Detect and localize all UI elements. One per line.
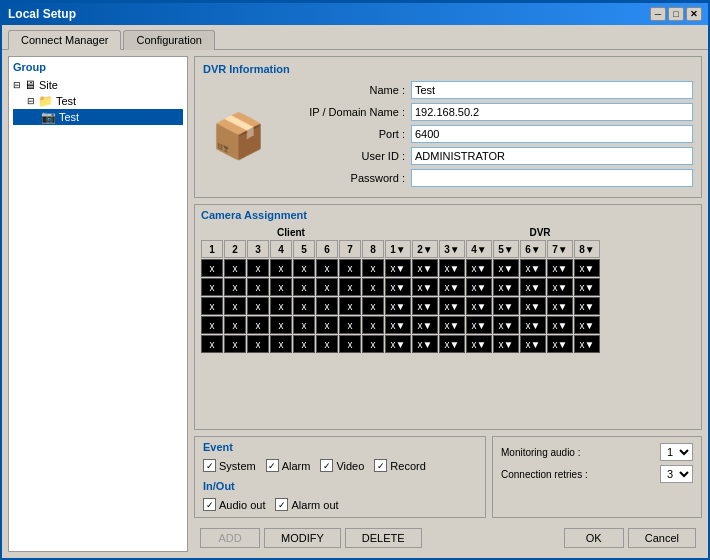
cell-c7r2[interactable]: x [339, 278, 361, 296]
cell-d8r2[interactable]: x▼ [574, 278, 600, 296]
cell-c3r1[interactable]: x [247, 259, 269, 277]
cell-c3r4[interactable]: x [247, 316, 269, 334]
cell-c4r4[interactable]: x [270, 316, 292, 334]
cell-d7r3[interactable]: x▼ [547, 297, 573, 315]
alarm-checkbox[interactable]: ✓ Alarm [266, 459, 311, 472]
cell-c8r1[interactable]: x [362, 259, 384, 277]
tree-item-test-folder[interactable]: ⊟ 📁 Test [13, 93, 183, 109]
cell-d5r2[interactable]: x▼ [493, 278, 519, 296]
cell-d1r5[interactable]: x▼ [385, 335, 411, 353]
client-col-2[interactable]: 2 [224, 240, 246, 258]
cell-c7r1[interactable]: x [339, 259, 361, 277]
cell-c5r4[interactable]: x [293, 316, 315, 334]
cell-c5r1[interactable]: x [293, 259, 315, 277]
cell-c7r3[interactable]: x [339, 297, 361, 315]
cell-c4r5[interactable]: x [270, 335, 292, 353]
system-checkbox[interactable]: ✓ System [203, 459, 256, 472]
cell-c1r4[interactable]: x [201, 316, 223, 334]
close-button[interactable]: ✕ [686, 7, 702, 21]
cell-d7r2[interactable]: x▼ [547, 278, 573, 296]
dvr-col-2[interactable]: 2▼ [412, 240, 438, 258]
client-col-5[interactable]: 5 [293, 240, 315, 258]
video-checkbox[interactable]: ✓ Video [320, 459, 364, 472]
cell-c4r1[interactable]: x [270, 259, 292, 277]
cell-d1r4[interactable]: x▼ [385, 316, 411, 334]
cell-d6r5[interactable]: x▼ [520, 335, 546, 353]
cell-d2r1[interactable]: x▼ [412, 259, 438, 277]
cell-c3r3[interactable]: x [247, 297, 269, 315]
cell-c6r4[interactable]: x [316, 316, 338, 334]
cell-c3r5[interactable]: x [247, 335, 269, 353]
password-input[interactable] [411, 169, 693, 187]
cell-d8r4[interactable]: x▼ [574, 316, 600, 334]
cell-d3r2[interactable]: x▼ [439, 278, 465, 296]
cell-d6r4[interactable]: x▼ [520, 316, 546, 334]
cell-d7r5[interactable]: x▼ [547, 335, 573, 353]
delete-button[interactable]: DELETE [345, 528, 422, 548]
cell-d3r5[interactable]: x▼ [439, 335, 465, 353]
minimize-button[interactable]: ─ [650, 7, 666, 21]
cell-d1r2[interactable]: x▼ [385, 278, 411, 296]
cell-c7r4[interactable]: x [339, 316, 361, 334]
dvr-col-5[interactable]: 5▼ [493, 240, 519, 258]
cancel-button[interactable]: Cancel [628, 528, 696, 548]
cell-d4r3[interactable]: x▼ [466, 297, 492, 315]
tab-connect-manager[interactable]: Connect Manager [8, 30, 121, 50]
cell-d4r1[interactable]: x▼ [466, 259, 492, 277]
client-col-8[interactable]: 8 [362, 240, 384, 258]
alarmout-checkbox[interactable]: ✓ Alarm out [275, 498, 338, 511]
userid-input[interactable] [411, 147, 693, 165]
dvr-col-3[interactable]: 3▼ [439, 240, 465, 258]
client-col-4[interactable]: 4 [270, 240, 292, 258]
cell-d7r4[interactable]: x▼ [547, 316, 573, 334]
cell-d3r3[interactable]: x▼ [439, 297, 465, 315]
cell-c5r3[interactable]: x [293, 297, 315, 315]
dvr-col-1[interactable]: 1▼ [385, 240, 411, 258]
cell-c8r3[interactable]: x [362, 297, 384, 315]
cell-c7r5[interactable]: x [339, 335, 361, 353]
cell-d8r5[interactable]: x▼ [574, 335, 600, 353]
cell-c8r4[interactable]: x [362, 316, 384, 334]
dvr-col-7[interactable]: 7▼ [547, 240, 573, 258]
cell-d4r5[interactable]: x▼ [466, 335, 492, 353]
cell-d6r3[interactable]: x▼ [520, 297, 546, 315]
cell-d1r3[interactable]: x▼ [385, 297, 411, 315]
maximize-button[interactable]: □ [668, 7, 684, 21]
cell-d5r3[interactable]: x▼ [493, 297, 519, 315]
tree-item-site[interactable]: ⊟ 🖥 Site [13, 77, 183, 93]
cell-c1r3[interactable]: x [201, 297, 223, 315]
audioout-checkbox[interactable]: ✓ Audio out [203, 498, 265, 511]
cell-d2r3[interactable]: x▼ [412, 297, 438, 315]
add-button[interactable]: ADD [200, 528, 260, 548]
connection-retries-select[interactable]: 12345 [660, 465, 693, 483]
cell-c6r2[interactable]: x [316, 278, 338, 296]
tree-item-test-selected[interactable]: 📷 Test [13, 109, 183, 125]
cell-d8r3[interactable]: x▼ [574, 297, 600, 315]
cell-d7r1[interactable]: x▼ [547, 259, 573, 277]
cell-d6r2[interactable]: x▼ [520, 278, 546, 296]
name-input[interactable] [411, 81, 693, 99]
ip-input[interactable] [411, 103, 693, 121]
client-col-3[interactable]: 3 [247, 240, 269, 258]
cell-c4r2[interactable]: x [270, 278, 292, 296]
cell-c4r3[interactable]: x [270, 297, 292, 315]
ok-button[interactable]: OK [564, 528, 624, 548]
tab-configuration[interactable]: Configuration [123, 30, 214, 50]
cell-c8r2[interactable]: x [362, 278, 384, 296]
cell-d4r2[interactable]: x▼ [466, 278, 492, 296]
cell-c3r2[interactable]: x [247, 278, 269, 296]
cell-c1r2[interactable]: x [201, 278, 223, 296]
cell-d1r1[interactable]: x▼ [385, 259, 411, 277]
client-col-7[interactable]: 7 [339, 240, 361, 258]
cell-c2r1[interactable]: x [224, 259, 246, 277]
modify-button[interactable]: MODIFY [264, 528, 341, 548]
cell-c6r5[interactable]: x [316, 335, 338, 353]
monitoring-audio-select[interactable]: 1234 [660, 443, 693, 461]
cell-c5r5[interactable]: x [293, 335, 315, 353]
client-col-1[interactable]: 1 [201, 240, 223, 258]
cell-d5r4[interactable]: x▼ [493, 316, 519, 334]
cell-c8r5[interactable]: x [362, 335, 384, 353]
cell-d2r4[interactable]: x▼ [412, 316, 438, 334]
cell-c2r5[interactable]: x [224, 335, 246, 353]
cell-d3r4[interactable]: x▼ [439, 316, 465, 334]
